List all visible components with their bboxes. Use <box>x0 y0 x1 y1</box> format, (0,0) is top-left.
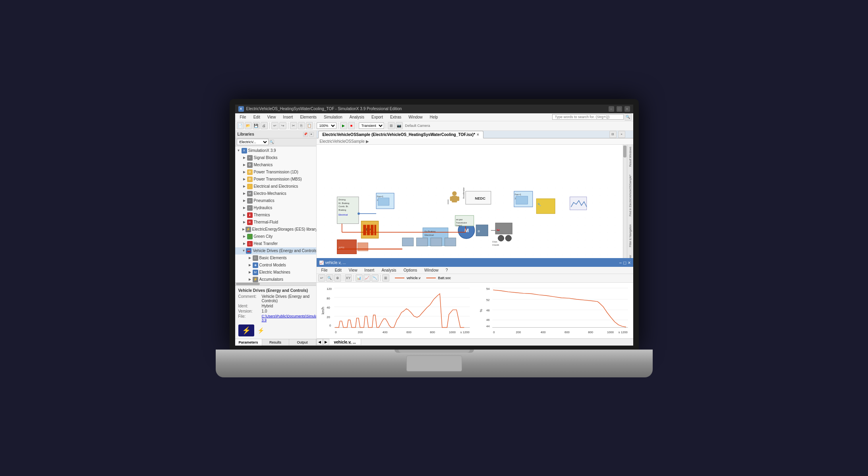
tab-close-button[interactable]: × <box>618 131 625 138</box>
tree-pneumatics[interactable]: ▶ ○ Pneumatics <box>235 197 316 204</box>
tree-vehicle-drives[interactable]: ▼ 🚗 Vehicle Drives (Energy and Controls) <box>235 247 316 255</box>
paste-button[interactable]: 📋 <box>306 122 313 129</box>
camera-label: Default Camera <box>405 124 430 128</box>
result-windows-label[interactable]: Result Windows <box>629 147 632 167</box>
grid-button[interactable]: ⊞ <box>388 122 395 129</box>
redo-button[interactable]: ↪ <box>279 122 286 129</box>
chart-prev-button[interactable]: ◀ <box>317 339 323 345</box>
diagram-tab-main[interactable]: ElectricVehicleOSSample (ElectricVehicle… <box>318 131 483 138</box>
chart-minimize-button[interactable]: − <box>619 260 622 266</box>
tree-power-mbs[interactable]: ▶ ⚙ Power Transmission (MBS) <box>235 176 316 183</box>
tree-hydraulics[interactable]: ▶ ~ Hydraulics <box>235 204 316 212</box>
menu-insert[interactable]: Insert <box>280 114 296 120</box>
tree-electrical[interactable]: ▶ ⚡ Electrical and Electronics <box>235 183 316 190</box>
chart-menu-analysis[interactable]: Analysis <box>378 267 399 273</box>
chart-menu-options[interactable]: Options <box>400 267 420 273</box>
file-value[interactable]: C:\Users\Public\Documents\SimulationX 3.… <box>262 314 317 322</box>
tree-green-city[interactable]: ▶ 🌿 Green City <box>235 233 316 240</box>
tree-heat-transfer-label: Heat Transfer <box>254 241 278 246</box>
chart-maximize-button[interactable]: □ <box>623 260 626 266</box>
tab-results[interactable]: Results <box>262 339 289 346</box>
save-button[interactable]: 💾 <box>253 122 260 129</box>
find-label[interactable]: Find in ElectricVehicleOSSample* <box>629 175 632 216</box>
print-button[interactable]: 🖨 <box>261 122 268 129</box>
menu-elements[interactable]: Elements <box>297 114 320 120</box>
lib-filter-select[interactable]: ElectricV... <box>237 139 269 145</box>
chart-tb-7[interactable]: 📉 <box>371 274 379 282</box>
chart-menu-help[interactable]: ? <box>443 267 451 273</box>
open-button[interactable]: 📂 <box>245 122 252 129</box>
chart-menu-file[interactable]: File <box>318 267 331 273</box>
tree-signal-blocks[interactable]: ▶ ≈ Signal Blocks <box>235 154 316 161</box>
menu-help[interactable]: Help <box>427 114 441 120</box>
chart-tb-5[interactable]: 📊 <box>356 274 363 282</box>
diagram-tab-close[interactable]: × <box>477 132 479 137</box>
info-ident-row: Ident: Hybrid <box>238 304 313 308</box>
minimize-button[interactable]: − <box>609 106 614 112</box>
tree-accumulators[interactable]: ▶ ⚡ Accumulators <box>235 276 316 282</box>
search-button[interactable]: 🔍 <box>624 113 632 120</box>
menu-edit[interactable]: Edit <box>250 114 263 120</box>
undo-button[interactable]: ↩ <box>271 122 278 129</box>
tree-heat-transfer[interactable]: ▶ ♨ Heat Transfer <box>235 240 316 247</box>
menu-file[interactable]: File <box>237 114 249 120</box>
chart-tab-vehicle-v[interactable]: vehicle.v, ... <box>329 339 361 345</box>
h-scroll-thumb[interactable] <box>236 283 260 285</box>
maximize-button[interactable]: □ <box>617 106 622 112</box>
tree-simulationx[interactable]: ▼ X SimulationX 3.9 <box>235 147 316 154</box>
chart-close-button[interactable]: × <box>628 260 630 266</box>
chart-tb-3[interactable]: ⊕ <box>334 274 341 282</box>
chart-menu-view[interactable]: View <box>346 267 361 273</box>
tree-mechanics[interactable]: ▶ ⚙ Mechanics <box>235 161 316 169</box>
chart-tb-6[interactable]: 📈 <box>363 274 371 282</box>
svg-text:Fan=1: Fan=1 <box>514 193 521 196</box>
tab-dock-button[interactable]: ⊟ <box>609 131 617 138</box>
copy-button[interactable]: ⎘ <box>298 122 305 129</box>
power-1d-icon: ⚙ <box>247 169 253 175</box>
new-button[interactable]: 📄 <box>237 122 244 129</box>
chart-menu-window[interactable]: Window <box>421 267 442 273</box>
chart-next-button[interactable]: ▶ <box>323 339 329 345</box>
camera-button[interactable]: 📷 <box>396 122 403 129</box>
chart-tb-1[interactable]: ↩ <box>318 274 325 282</box>
tab-output[interactable]: Output <box>289 339 316 346</box>
window-controls[interactable]: − □ × <box>609 106 630 112</box>
close-button[interactable]: × <box>624 106 630 112</box>
chart-menu-edit[interactable]: Edit <box>332 267 345 273</box>
chart-tb-2[interactable]: 🔍 <box>326 274 333 282</box>
solver-select[interactable]: Transient <box>359 122 384 129</box>
filter-nav-label[interactable]: Filter & Navigation <box>629 224 632 247</box>
signal-blocks-icon: ≈ <box>247 155 253 161</box>
tree-electro-mech[interactable]: ▶ M Electro-Mechanics <box>235 190 316 197</box>
menu-window[interactable]: Window <box>405 114 426 120</box>
tree-power-1d[interactable]: ▶ ⚙ Power Transmission (1D) <box>235 169 316 176</box>
tree-ees[interactable]: ▶ ⚡ ElectricEnergyStorages (EES) library <box>235 226 316 233</box>
tree-control-models[interactable]: ▶ ◈ Control Models <box>235 262 316 269</box>
tab-parameters[interactable]: Parameters <box>235 339 262 346</box>
menu-view[interactable]: View <box>264 114 279 120</box>
svg-text:120: 120 <box>327 287 332 291</box>
tree-thermal-fluid[interactable]: ▶ ≋ Thermal-Fluid <box>235 219 316 226</box>
tree-electric-machines[interactable]: ▶ M Electric Machines <box>235 269 316 276</box>
stop-button[interactable]: ■ <box>348 122 355 129</box>
sidebar-pin-button[interactable]: 📌 <box>303 132 308 137</box>
menu-analysis[interactable]: Analysis <box>346 114 367 120</box>
menu-extras[interactable]: Extras <box>387 114 404 120</box>
run-button[interactable]: ▶ <box>340 122 347 129</box>
trackpad[interactable] <box>406 356 462 371</box>
sidebar-close-button[interactable]: × <box>309 132 314 137</box>
tree-thermics[interactable]: ▶ 🌡 Thermics <box>235 212 316 219</box>
v-scroll-thumb[interactable] <box>623 146 626 157</box>
chart-menu-insert[interactable]: Insert <box>361 267 377 273</box>
chart-tb-table[interactable]: ⊞ <box>382 274 389 282</box>
h-scrollbar[interactable] <box>235 282 316 286</box>
cut-button[interactable]: ✂ <box>290 122 297 129</box>
search-input[interactable] <box>552 114 624 120</box>
svg-point-42 <box>498 235 504 241</box>
menu-export[interactable]: Export <box>368 114 386 120</box>
chart-tb-4[interactable]: XY <box>345 274 352 282</box>
menu-simulation[interactable]: Simulation <box>321 114 346 120</box>
zoom-select[interactable]: 100% 75% 150% <box>317 122 336 129</box>
lib-search-button[interactable]: 🔍 <box>269 140 274 144</box>
tree-basic-elements[interactable]: ▶ □ Basic Elements <box>235 255 316 262</box>
